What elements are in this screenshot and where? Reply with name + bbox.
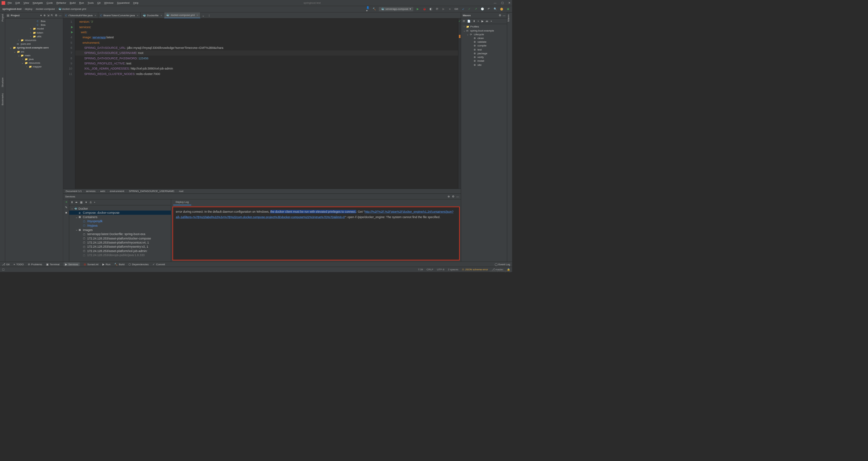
- error-stripe[interactable]: [459, 35, 460, 38]
- git-commit-icon[interactable]: ✓: [468, 7, 471, 11]
- main-menu[interactable]: FileEditViewNavigateCodeRefactorBuildRun…: [7, 1, 138, 4]
- editor-tab[interactable]: C BearerTokenConverter.java×: [98, 13, 141, 18]
- generate-icon[interactable]: 📄: [467, 20, 470, 23]
- more-run-button[interactable]: ▶: [442, 7, 446, 11]
- maven-item[interactable]: ⚙test: [461, 47, 507, 51]
- tool-dependencies[interactable]: ⬡Dependencies: [129, 263, 149, 266]
- close-tab-icon[interactable]: ×: [95, 14, 96, 17]
- maven-item[interactable]: ⚙site: [461, 63, 507, 66]
- hide-icon[interactable]: —: [503, 14, 506, 17]
- gear-icon[interactable]: ⚙: [452, 195, 454, 198]
- services-tree[interactable]: ⌄ 🐳 Docker ⊘ Compose: docker-compose ⌄ ▦…: [69, 205, 171, 258]
- run-icon[interactable]: ▶: [481, 20, 484, 23]
- add-icon[interactable]: +: [477, 20, 479, 23]
- maven-item[interactable]: ⌄ ⟳Lifecycle: [461, 33, 507, 36]
- run-gutter-icon[interactable]: ▶: [71, 24, 73, 30]
- debug-button[interactable]: 🐞: [422, 7, 426, 11]
- run-config-selector[interactable]: 🐳 serverapp-compose ▾: [379, 7, 413, 11]
- stop-icon[interactable]: ✖: [65, 211, 67, 214]
- hide-icon[interactable]: —: [456, 195, 459, 198]
- services-item[interactable]: ▢ 172.24.128.253/asset-platform/xxl-job-…: [69, 249, 171, 253]
- search-icon[interactable]: 🔍: [493, 7, 497, 11]
- services-item[interactable]: ▢ serverapp:latest Dockerfile: spring-bo…: [69, 232, 171, 236]
- bookmarks-tool-tab[interactable]: Bookmarks: [1, 93, 4, 105]
- editor-tab[interactable]: 🐳 Dockerfile×: [141, 13, 164, 18]
- services-item[interactable]: ⌄ ▦ Containers: [69, 215, 171, 219]
- menu-code[interactable]: Code: [46, 1, 53, 4]
- maven-item[interactable]: ⚙install: [461, 59, 507, 63]
- editor-crumb-item[interactable]: services:: [86, 190, 96, 193]
- tree-item[interactable]: › 📁 mapper: [5, 65, 63, 69]
- chevron-down-icon[interactable]: ▾: [40, 14, 42, 17]
- menu-git[interactable]: Git: [97, 1, 101, 4]
- services-item[interactable]: ▢ 172.24.128.253/asset-platform/docker-c…: [69, 236, 171, 240]
- tool-commit[interactable]: ✓Commit: [153, 263, 165, 266]
- breadcrumb[interactable]: springboot-test › deploy › docker-compos…: [2, 7, 86, 11]
- menu-squaretest[interactable]: Squaretest: [117, 1, 130, 4]
- git-history-icon[interactable]: 🕐: [480, 7, 484, 11]
- tree-item[interactable]: › 📁 resources: [5, 38, 63, 42]
- tree-item[interactable]: › 📁 token: [5, 31, 63, 34]
- stop-button[interactable]: ■: [448, 7, 452, 11]
- close-tab-icon[interactable]: ×: [161, 14, 162, 17]
- maven-item[interactable]: ⚙package: [461, 52, 507, 55]
- tab-dropdown[interactable]: ⌄: [200, 13, 206, 18]
- deploy-icon[interactable]: ➜: [65, 200, 67, 204]
- git-update-icon[interactable]: ↙: [461, 7, 465, 11]
- maven-item[interactable]: ⚙verify: [461, 55, 507, 59]
- editor-tab[interactable]: 🐳 docker-compose.yml×: [164, 13, 201, 18]
- menu-tools[interactable]: Tools: [87, 1, 94, 4]
- layout-icon[interactable]: ⎙: [90, 201, 92, 204]
- structure-tool-tab[interactable]: Structure: [1, 78, 4, 88]
- services-item[interactable]: ▢ 172.24.128.253/asset-platform/mycentos…: [69, 241, 171, 245]
- build-icon[interactable]: 🔨: [373, 7, 376, 11]
- expand-icon[interactable]: ⇲: [47, 14, 49, 17]
- services-item[interactable]: ▢ /myjava: [69, 223, 171, 227]
- profile-button[interactable]: ⏱: [435, 7, 439, 11]
- tool-services[interactable]: ▶Services: [63, 262, 80, 266]
- editor-tab[interactable]: C rTokenAuthFilter.java×: [63, 13, 98, 18]
- collapse-icon[interactable]: ⇱: [51, 14, 53, 17]
- tree-item[interactable]: › 📁 model: [5, 27, 63, 31]
- breadcrumb-item[interactable]: 🐳 docker-compose.yml: [58, 7, 86, 11]
- menu-refactor[interactable]: Refactor: [56, 1, 66, 4]
- download-icon[interactable]: ⬇: [473, 20, 475, 23]
- services-item[interactable]: ▢ 172.24.128.253/devops-public/java:1.8.…: [69, 253, 171, 257]
- maven-tree[interactable]: › 📁Profiles ⌄ mspring-boot-example ⌄ ⟳Li…: [461, 24, 507, 68]
- gear-icon[interactable]: ⚙: [55, 14, 57, 17]
- menu-edit[interactable]: Edit: [15, 1, 20, 4]
- git-rollback-icon[interactable]: ↶: [487, 7, 491, 11]
- tree-item[interactable]: ⌄ 📁 src: [5, 50, 63, 53]
- file-encoding[interactable]: UTF-8: [437, 268, 445, 271]
- collapse-all-icon[interactable]: ⬌: [75, 201, 77, 204]
- sync-icon[interactable]: ⬤: [500, 7, 504, 11]
- editor-crumb-item[interactable]: root: [179, 190, 183, 193]
- coverage-button[interactable]: ◧: [429, 7, 433, 11]
- maximize-icon[interactable]: ▢: [501, 1, 504, 4]
- services-item[interactable]: ⌄ 🐳 Docker: [69, 206, 171, 211]
- tool-todo[interactable]: ≡TODO: [14, 263, 24, 266]
- gear-icon[interactable]: ⚙: [499, 14, 501, 17]
- editor-crumb-item[interactable]: web:: [100, 190, 106, 193]
- add-icon[interactable]: +: [94, 201, 95, 204]
- menu-file[interactable]: File: [7, 1, 12, 4]
- editor-crumb-item[interactable]: SPRING_DATASOURCE_USERNAME:: [129, 190, 175, 193]
- minimize-icon[interactable]: —: [494, 1, 496, 4]
- menu-run[interactable]: Run: [79, 1, 84, 4]
- breadcrumb-item[interactable]: docker-compose: [36, 7, 55, 11]
- deploy-log-content[interactable]: error during connect: In the default dae…: [173, 207, 460, 261]
- breadcrumb-item[interactable]: springboot-test: [2, 7, 21, 11]
- close-icon[interactable]: ✕: [508, 1, 510, 4]
- project-tree[interactable]: C Bea C Bea › 📁 model › 📁 token › 📁 util…: [5, 18, 63, 69]
- menu-navigate[interactable]: Navigate: [33, 1, 43, 4]
- tree-item[interactable]: m pom.xml: [5, 42, 63, 46]
- schema-warning[interactable]: ⚠ JSON schema error: [462, 268, 488, 271]
- editor-crumb-item[interactable]: Document 1/1: [66, 190, 82, 193]
- maven-item[interactable]: ⚙validate: [461, 40, 507, 44]
- services-item[interactable]: ⊘ Compose: docker-compose: [69, 211, 171, 215]
- tree-item[interactable]: ⌄ 📁 main: [5, 54, 63, 57]
- services-item[interactable]: ⌄ ▦ Images: [69, 228, 171, 232]
- maven-item[interactable]: ⚙compile: [461, 44, 507, 47]
- cursor-position[interactable]: 7:39: [418, 268, 423, 271]
- run-gutter-icon[interactable]: ▶: [71, 30, 73, 35]
